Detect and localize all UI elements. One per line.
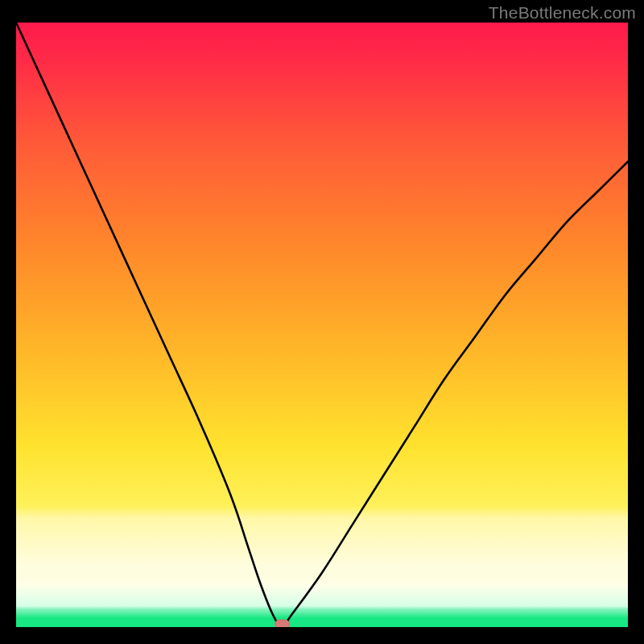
plot-inner — [16, 23, 628, 627]
watermark-text: TheBottleneck.com — [489, 3, 636, 23]
chart-frame: TheBottleneck.com — [0, 0, 644, 644]
gradient-background — [16, 23, 628, 627]
chart-svg — [16, 23, 628, 627]
plot-area — [16, 23, 628, 627]
optimum-marker — [275, 620, 290, 627]
